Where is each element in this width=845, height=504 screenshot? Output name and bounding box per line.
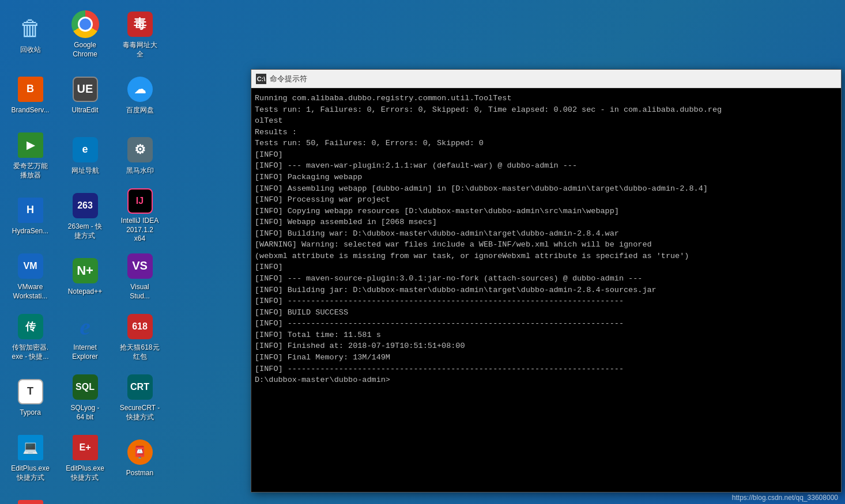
- securecrt-icon: CRT: [126, 373, 154, 401]
- status-bar: https://blog.csdn.net/qq_33608000: [725, 491, 845, 504]
- desktop: 🗑 回收站 GoogleChrome 毒 毒毒网址大全 B BrandServ.…: [0, 0, 845, 504]
- icon-aiqiyi[interactable]: ▶ 爱奇艺万能播放器: [6, 127, 55, 184]
- icon-postman[interactable]: 📮 Postman: [115, 429, 164, 487]
- terminal-body[interactable]: Running com.alibaba.dubbo.registry.commo…: [251, 88, 841, 492]
- virus-site-icon: 毒: [126, 10, 154, 38]
- heima-icon: ⚙: [126, 136, 154, 164]
- icon-label-sqlyog: SQLyog -64 bit: [70, 404, 99, 422]
- postman-icon: 📮: [126, 438, 154, 466]
- icon-securecrt[interactable]: CRT SecureCRT -快捷方式: [115, 369, 164, 426]
- icon-sqlyog[interactable]: SQL SQLyog -64 bit: [61, 369, 110, 426]
- icon-thispc[interactable]: 💻 EditPlus.exe 快捷方式: [6, 429, 55, 487]
- sitenav-icon: e: [71, 136, 99, 164]
- chuanzhijia-icon: 传: [17, 313, 44, 340]
- icon-label-heima: 黑马水印: [126, 166, 154, 176]
- icon-label-securecrt: SecureCRT -快捷方式: [120, 404, 160, 422]
- intellij-icon: IJ: [126, 188, 154, 214]
- sqlyog-icon: SQL: [71, 373, 99, 401]
- icon-heima[interactable]: ⚙ 黑马水印: [115, 127, 164, 184]
- icon-label-vmware: VMwareWorkstati...: [13, 283, 48, 301]
- ultraedit-icon: UE: [71, 75, 99, 103]
- icon-notepadpp[interactable]: N+ Notepad++: [61, 248, 110, 305]
- icon-editplus[interactable]: E+ EditPlus.exe快捷方式: [61, 429, 110, 487]
- icon-typora[interactable]: T Typora: [6, 369, 55, 426]
- typora-icon: T: [17, 378, 44, 406]
- 2345-icon: 图王: [17, 499, 44, 504]
- 263em-icon: 263: [71, 192, 99, 219]
- icon-label-hydrasen: HydraSen...: [12, 227, 48, 236]
- vstudio-icon: VS: [126, 252, 154, 280]
- hydrasen-icon: H: [17, 196, 44, 224]
- aiqiyi-icon: ▶: [17, 131, 44, 159]
- icon-label-notepadpp: Notepad++: [68, 287, 102, 297]
- icon-label-baidu-disk: 百度网盘: [126, 106, 154, 115]
- icon-label-tmcat618: 抢天猫618元红包: [120, 343, 159, 361]
- icon-sitenav[interactable]: e 网址导航: [61, 127, 110, 184]
- icon-label-263em: 263em - 快捷方式: [68, 222, 102, 240]
- icon-label-brandserv: BrandServ...: [12, 106, 50, 115]
- icon-label-sitenav: 网址导航: [71, 166, 99, 176]
- terminal-titlebar[interactable]: C:\ 命令提示符: [251, 70, 841, 88]
- icon-ie[interactable]: e InternetExplorer: [61, 308, 110, 366]
- icon-label-thispc: EditPlus.exe 快捷方式: [9, 464, 52, 482]
- icon-brandserv[interactable]: B BrandServ...: [6, 66, 55, 124]
- icon-label-ie: InternetExplorer: [72, 343, 98, 361]
- icon-label-editplus: EditPlus.exe快捷方式: [66, 464, 104, 482]
- icon-2345[interactable]: 图王 2345看图王: [6, 490, 55, 504]
- icon-label-recycle-bin: 回收站: [20, 46, 41, 55]
- recycle-bin-icon: 🗑: [17, 15, 44, 43]
- brandserv-icon: B: [17, 75, 44, 103]
- icon-hydrasen[interactable]: H HydraSen...: [6, 187, 55, 245]
- icon-label-vstudio: VisualStud...: [130, 283, 150, 301]
- icon-vstudio[interactable]: VS VisualStud...: [115, 248, 164, 305]
- baidu-disk-icon: ☁: [126, 75, 154, 103]
- icon-label-intellij: IntelliJ IDEA2017.1.2x64: [121, 217, 159, 244]
- icon-label-typora: Typora: [20, 408, 41, 418]
- icon-vmware[interactable]: VM VMwareWorkstati...: [6, 248, 55, 305]
- chrome-icon: [71, 10, 99, 38]
- notepadpp-icon: N+: [71, 257, 99, 285]
- icon-virus-site[interactable]: 毒 毒毒网址大全: [115, 6, 164, 63]
- icon-label-virus-site: 毒毒网址大全: [123, 41, 157, 59]
- status-url: https://blog.csdn.net/qq_33608000: [732, 494, 838, 502]
- terminal-title-text: 命令提示符: [270, 74, 307, 84]
- icon-263em[interactable]: 263 263em - 快捷方式: [61, 187, 110, 245]
- terminal-window: C:\ 命令提示符 Running com.alibaba.dubbo.regi…: [251, 69, 842, 492]
- icon-label-aiqiyi: 爱奇艺万能播放器: [13, 162, 48, 180]
- icon-label-chuanzhijia: 传智加密器.exe - 快捷...: [12, 343, 48, 361]
- icon-chuanzhijia[interactable]: 传 传智加密器.exe - 快捷...: [6, 308, 55, 366]
- icon-recycle-bin[interactable]: 🗑 回收站: [6, 6, 55, 63]
- icon-baidu-disk[interactable]: ☁ 百度网盘: [115, 66, 164, 124]
- icon-label-postman: Postman: [126, 469, 153, 478]
- tmcat618-icon: 618: [126, 313, 154, 340]
- vmware-icon: VM: [17, 252, 44, 280]
- icon-ultraedit[interactable]: UE UltraEdit: [61, 66, 110, 124]
- editplus-icon: E+: [71, 434, 99, 461]
- terminal-title-icon: C:\: [256, 74, 266, 84]
- icon-google-chrome[interactable]: GoogleChrome: [61, 6, 110, 63]
- icon-tmcat618[interactable]: 618 抢天猫618元红包: [115, 308, 164, 366]
- desktop-icons-grid: 🗑 回收站 GoogleChrome 毒 毒毒网址大全 B BrandServ.…: [6, 6, 167, 504]
- icon-label-chrome: GoogleChrome: [73, 41, 97, 59]
- ie-icon: e: [71, 313, 99, 340]
- icon-intellij[interactable]: IJ IntelliJ IDEA2017.1.2x64: [115, 187, 164, 245]
- icon-label-ultraedit: UltraEdit: [71, 106, 98, 115]
- thispc-icon: 💻: [17, 434, 44, 461]
